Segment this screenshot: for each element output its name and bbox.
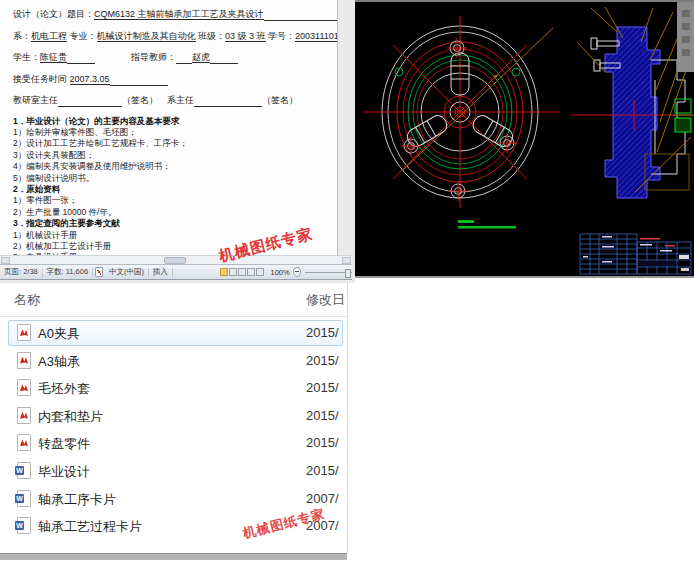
word-status-bar: 页面: 2/38 字数: 11,606 中文(中国) 插入 100% [0,264,352,280]
doc-header-line: 学生：陈征贵 指导教师：赵虎 [13,51,331,64]
word-count[interactable]: 字数: 11,606 [43,267,93,277]
column-header-name[interactable]: 名称 [14,291,40,309]
word-file-icon [17,490,31,507]
doc-body-line: 3．指定查阅的主要参考文献 [13,218,331,229]
page-indicator[interactable]: 页面: 2/38 [0,267,42,277]
file-modified-date: 2015/ [306,380,339,395]
scroll-right-arrow-icon[interactable] [342,257,351,264]
header-separator [0,316,347,317]
file-modified-date: 2015/ [306,408,339,423]
zoom-slider[interactable] [305,272,352,273]
doc-header-line: 教研室主任（签名） 系主任（签名） [13,94,331,107]
doc-header-line: 设计（论文）题目：CQM6132 主轴前轴承加工工艺及夹具设计 [13,8,331,21]
word-file-icon [17,462,31,479]
insert-mode-indicator[interactable]: 插入 [149,267,172,277]
cad-front-view [363,16,560,208]
doc-header-line: 系：机电工程 专业：机械设计制造及其自动化 班级：03 级 3 班 学号：200… [13,30,331,43]
doc-header-line: 接受任务时间 2007.3.05 [13,73,331,86]
file-row[interactable]: A0夹具2015/ [0,320,347,348]
column-header-date[interactable]: 修改日 [306,291,345,309]
doc-body-line: 4）编制夹具安装调整及使用维护说明书； [13,161,331,172]
doc-body-line: 2）设计加工工艺并绘制工艺规程卡、工序卡； [13,138,331,149]
pdf-file-icon [17,324,31,341]
list-column-headers: 名称 修改日 [0,287,347,313]
zoom-slider-thumb[interactable] [345,269,351,278]
window-bottom-edge [0,553,347,560]
file-rows: A0夹具2015/A3轴承2015/毛坯外套2015/内套和垫片2015/转盘零… [0,320,347,541]
proofing-icon[interactable] [95,267,103,277]
document-header-lines: 设计（论文）题目：CQM6132 主轴前轴承加工工艺及夹具设计系：机电工程 专业… [13,8,331,107]
cad-assembly-drawing [355,2,694,276]
web-layout-view-icon[interactable] [238,268,246,276]
zoom-out-icon[interactable] [293,267,301,277]
file-row[interactable]: 内套和垫片2015/ [0,403,347,431]
full-screen-reading-view-icon[interactable] [229,268,237,276]
cad-scrollbar-strip [677,2,694,72]
pdf-file-icon [17,379,31,396]
file-modified-date: 2015/ [306,435,339,450]
doc-body-line: 3）设计夹具装配图； [13,150,331,161]
file-modified-date: 2015/ [306,325,339,340]
file-name[interactable]: 转盘零件 [38,435,90,453]
view-buttons [220,268,264,276]
file-row[interactable]: 毕业设计2015/ [0,458,347,486]
file-row[interactable]: 毛坯外套2015/ [0,375,347,403]
file-row[interactable]: 转盘零件2015/ [0,430,347,458]
file-name[interactable]: 轴承工序卡片 [38,491,116,509]
file-name[interactable]: A3轴承 [38,353,80,371]
cad-annotation-lines [458,220,516,229]
file-modified-date: 2015/ [306,463,339,478]
scrollbar-thumb[interactable] [164,257,186,264]
cad-drawing-pane [355,0,694,278]
scroll-left-arrow-icon[interactable] [1,257,10,264]
outline-view-icon[interactable] [247,268,255,276]
pdf-file-icon [17,434,31,451]
doc-body-line: 1）零件图一张； [13,195,331,206]
file-name[interactable]: 轴承工艺过程卡片 [38,518,142,536]
cad-section-view [571,7,694,198]
doc-body-line: 1）绘制并审核零件图、毛坯图； [13,127,331,138]
pdf-file-icon [17,352,31,369]
pdf-file-icon [17,407,31,424]
file-row[interactable]: A3轴承2015/ [0,348,347,376]
doc-body-line: 5）编制设计说明书。 [13,173,331,184]
file-name[interactable]: 毕业设计 [38,463,90,481]
file-modified-date: 2015/ [306,353,339,368]
word-file-icon [17,517,31,534]
file-name[interactable]: 毛坯外套 [38,380,90,398]
doc-body-line: 1．毕业设计（论文）的主要内容及基本要求 [13,116,331,127]
file-name[interactable]: A0夹具 [38,325,80,343]
document-page: 设计（论文）题目：CQM6132 主轴前轴承加工工艺及夹具设计系：机电工程 专业… [0,0,338,255]
doc-body-line: 2．原始资料 [13,184,331,195]
cad-title-block [580,234,691,274]
zoom-level[interactable]: 100% [270,268,289,277]
language-indicator[interactable]: 中文(中国) [105,267,148,277]
print-layout-view-icon[interactable] [220,268,228,276]
file-name[interactable]: 内套和垫片 [38,408,103,426]
doc-body-line: 2）生产批量 10000 件/年。 [13,207,331,218]
file-row[interactable]: 轴承工序卡片2007/ [0,486,347,514]
file-modified-date: 2007/ [306,491,339,506]
draft-view-icon[interactable] [256,268,264,276]
